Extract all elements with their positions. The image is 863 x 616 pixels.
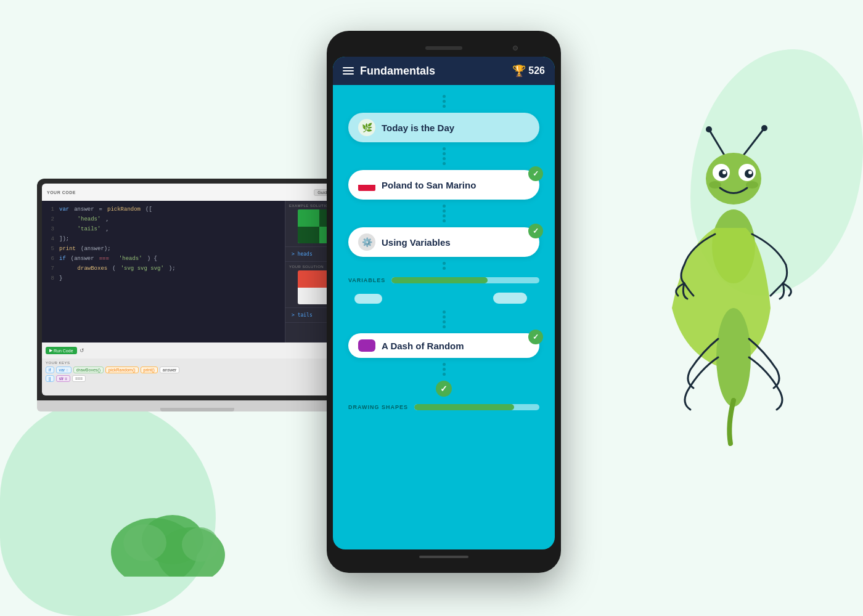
check-standalone-badge: ✓	[436, 381, 452, 397]
lesson-variables-title: Using Variables	[382, 237, 530, 248]
lesson-poland[interactable]: Poland to San Marino ✓	[348, 170, 539, 200]
code-line-8: 8 }	[47, 274, 280, 283]
key-drawboxes[interactable]: drawBoxes()	[73, 367, 104, 373]
trophy-area: 🏆 526	[512, 64, 545, 78]
phone-top-bar	[333, 39, 555, 57]
key-print[interactable]: print()	[141, 367, 158, 373]
code-line-6: 6 if (answer === 'heads' ) {	[47, 254, 280, 264]
leaf-icon: 🌿	[358, 119, 375, 136]
code-panel[interactable]: 1 var answer = pickRandom ([ 2 'heads' ,	[42, 201, 285, 342]
connector-2	[443, 202, 446, 225]
code-line-1: 1 var answer = pickRandom ([	[47, 205, 280, 214]
code-line-4: 4 ]);	[47, 234, 280, 244]
phone-camera	[513, 46, 518, 51]
play-icon: ▶	[49, 348, 52, 353]
laptop-screen-outer: YOUR CODE Guide 1 var answer =	[37, 179, 358, 400]
key-answer[interactable]: answer	[160, 367, 180, 373]
connector-3	[443, 259, 446, 272]
key-or[interactable]: ||	[46, 375, 54, 382]
purple-icon	[358, 339, 375, 352]
svg-point-16	[709, 181, 721, 188]
lesson-today-title: Today is the Day	[382, 123, 530, 133]
svg-point-14	[722, 171, 726, 174]
check-badge-random: ✓	[528, 330, 543, 344]
svg-point-8	[761, 125, 767, 131]
phone-speaker	[425, 46, 462, 50]
code-line-7: 7 drawBoxes ( 'svg svg svg' );	[47, 264, 280, 274]
clouds-row	[348, 291, 539, 303]
svg-point-17	[746, 181, 758, 188]
sol2-q1	[298, 270, 319, 288]
keys-row-1: if var ≡ drawBoxes() pickRandom() print(…	[46, 367, 349, 373]
key-str[interactable]: str ≡	[56, 375, 70, 382]
keys-label: YOUR KEYS	[46, 361, 349, 365]
variables-progress-bar-fill	[391, 277, 488, 283]
drawing-shapes-progress-bar-bg	[414, 404, 539, 410]
drawing-shapes-label: DRAWING SHAPES	[348, 404, 408, 410]
laptop-top-bar: YOUR CODE Guide	[42, 184, 353, 201]
phone-bottom-bar	[333, 549, 555, 564]
trophy-count: 526	[528, 65, 545, 76]
hamburger-menu[interactable]	[343, 67, 354, 75]
run-code-button[interactable]: ▶ Run Code	[46, 347, 77, 354]
phone-home-indicator	[419, 556, 468, 558]
key-var[interactable]: var ≡	[56, 367, 72, 373]
phone-outer: Fundamentals 🏆 526 🌿 Today is the Day	[327, 31, 561, 573]
trophy-icon: 🏆	[512, 64, 526, 78]
variables-progress-bar-bg	[391, 277, 539, 283]
svg-point-3	[123, 524, 166, 561]
lesson-today[interactable]: 🌿 Today is the Day	[348, 113, 539, 142]
check-badge-poland: ✓	[528, 166, 543, 181]
drawing-shapes-progress-bar-fill	[414, 404, 514, 410]
keys-row-2: || str ≡ ===	[46, 375, 349, 382]
check-standalone: ✓	[348, 381, 539, 397]
laptop-bottom-bar: ▶ Run Code ↺	[42, 342, 353, 359]
svg-point-15	[748, 171, 752, 174]
hamburger-line1	[343, 67, 354, 68]
svg-point-19	[716, 308, 751, 407]
svg-point-7	[706, 126, 712, 132]
keys-bar: YOUR KEYS if var ≡ drawBoxes() pickRando…	[42, 359, 353, 395]
cloud-small-1	[354, 294, 382, 304]
flag-icon	[358, 176, 375, 193]
phone-body: 🌿 Today is the Day	[333, 85, 555, 420]
phone: Fundamentals 🏆 526 🌿 Today is the Day	[327, 31, 561, 573]
lesson-poland-title: Poland to San Marino	[382, 180, 530, 190]
lesson-random[interactable]: A Dash of Random ✓	[348, 333, 539, 358]
key-if[interactable]: if	[46, 367, 54, 373]
check-badge-variables: ✓	[528, 224, 543, 238]
svg-point-4	[182, 527, 219, 562]
hamburger-line3	[343, 73, 354, 75]
variables-progress-label: VARIABLES	[348, 277, 385, 283]
grasshopper-character	[666, 123, 801, 462]
laptop-content: 1 var answer = pickRandom ([ 2 'heads' ,	[42, 201, 353, 342]
laptop-screen-inner: YOUR CODE Guide 1 var answer =	[42, 184, 353, 395]
connector-5	[443, 360, 446, 378]
sol-q3	[298, 227, 319, 244]
sol2-q3	[298, 288, 319, 305]
connector-4	[443, 308, 446, 331]
laptop-base	[37, 400, 358, 411]
variables-progress-section: VARIABLES	[348, 275, 539, 286]
key-pickrandom[interactable]: pickRandom()	[105, 367, 139, 373]
sol-q1	[298, 209, 319, 227]
code-line-5: 5 print (answer);	[47, 244, 280, 254]
phone-screen: Fundamentals 🏆 526 🌿 Today is the Day	[333, 57, 555, 549]
code-line-3: 3 'tails' ,	[47, 224, 280, 234]
phone-title: Fundamentals	[360, 65, 506, 78]
your-code-label: YOUR CODE	[47, 190, 76, 195]
refresh-icon[interactable]: ↺	[80, 347, 84, 354]
lesson-variables[interactable]: ⚙️ Using Variables ✓	[348, 227, 539, 257]
cloud-small-2	[493, 293, 527, 304]
key-equals[interactable]: ===	[72, 375, 86, 382]
run-code-label: Run Code	[54, 349, 73, 353]
phone-header: Fundamentals 🏆 526	[333, 57, 555, 85]
laptop: YOUR CODE Guide 1 var answer =	[37, 179, 358, 411]
gear-icon: ⚙️	[358, 233, 375, 251]
hamburger-line2	[343, 70, 354, 71]
code-line-2: 2 'heads' ,	[47, 214, 280, 224]
connector-1	[443, 145, 446, 168]
connector-top	[443, 92, 446, 110]
green-cloud-decoration	[111, 496, 234, 579]
drawing-shapes-progress-section: DRAWING SHAPES	[348, 402, 539, 413]
